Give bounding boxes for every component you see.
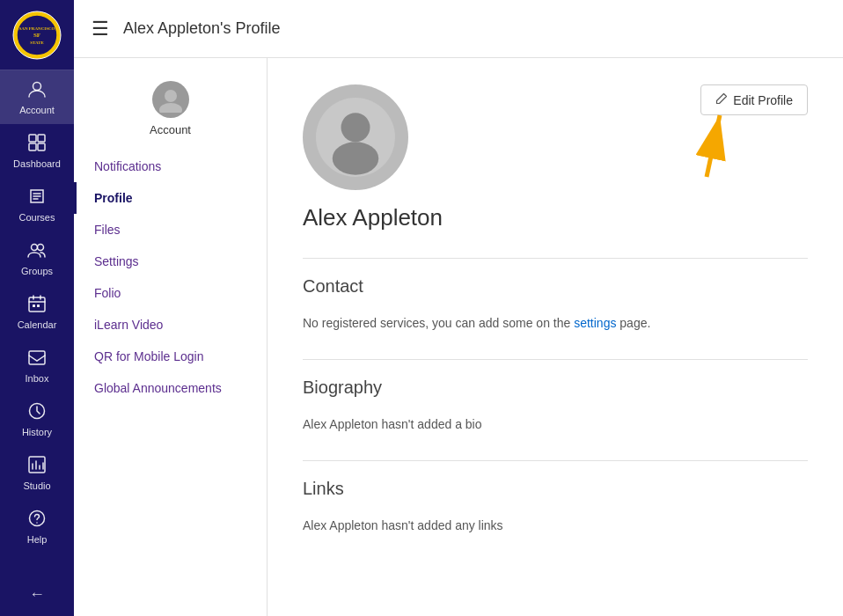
main-area: ☰ Alex Appleton's Profile Account Notifi… bbox=[74, 0, 843, 616]
courses-icon bbox=[27, 187, 47, 209]
edit-icon bbox=[715, 92, 728, 107]
secondary-nav: Notifications Profile Files Settings Fol… bbox=[74, 150, 267, 404]
ilearn-video-label: iLearn Video bbox=[94, 318, 163, 332]
sidebar-item-account[interactable]: Account bbox=[0, 70, 74, 124]
links-text: Alex Appleton hasn't added any links bbox=[303, 517, 808, 535]
notifications-label: Notifications bbox=[94, 159, 161, 173]
sidebar-item-studio[interactable]: Studio bbox=[0, 446, 74, 500]
sec-nav-qr-mobile[interactable]: QR for Mobile Login bbox=[74, 341, 267, 372]
sidebar-item-inbox[interactable]: Inbox bbox=[0, 339, 74, 392]
contact-text-after: page. bbox=[616, 316, 650, 330]
sec-nav-profile[interactable]: Profile bbox=[74, 182, 267, 214]
edit-profile-label: Edit Profile bbox=[733, 93, 793, 107]
sec-nav-ilearn-video[interactable]: iLearn Video bbox=[74, 309, 267, 341]
svg-text:SF: SF bbox=[33, 32, 40, 39]
svg-text:SAN FRANCISCO: SAN FRANCISCO bbox=[19, 26, 55, 31]
svg-line-24 bbox=[707, 115, 720, 177]
hamburger-button[interactable]: ☰ bbox=[92, 19, 109, 39]
biography-divider bbox=[303, 359, 808, 360]
svg-point-22 bbox=[159, 103, 182, 113]
sidebar-item-dashboard[interactable]: Dashboard bbox=[0, 124, 74, 178]
sidebar-label-studio: Studio bbox=[23, 480, 50, 491]
contact-divider bbox=[303, 258, 808, 259]
svg-point-12 bbox=[38, 245, 44, 251]
content-area: Account Notifications Profile Files Sett… bbox=[74, 58, 843, 616]
help-icon bbox=[27, 509, 47, 531]
top-header: ☰ Alex Appleton's Profile bbox=[74, 0, 843, 58]
svg-rect-15 bbox=[37, 304, 40, 307]
files-label: Files bbox=[94, 223, 121, 237]
account-header: Account bbox=[74, 72, 267, 150]
sec-nav-files[interactable]: Files bbox=[74, 214, 267, 246]
settings-link[interactable]: settings bbox=[574, 316, 616, 330]
svg-point-21 bbox=[165, 90, 177, 102]
links-divider bbox=[303, 460, 808, 461]
svg-text:STATE: STATE bbox=[30, 40, 44, 45]
links-title: Links bbox=[303, 479, 808, 506]
sidebar-item-help[interactable]: Help bbox=[0, 500, 74, 554]
sidebar-label-courses: Courses bbox=[19, 212, 55, 223]
logo-container: SAN FRANCISCO SF STATE bbox=[0, 0, 74, 70]
inbox-icon bbox=[27, 348, 47, 370]
sec-nav-settings[interactable]: Settings bbox=[74, 246, 267, 277]
dashboard-icon bbox=[27, 133, 47, 155]
avatar bbox=[152, 81, 189, 118]
account-label: Account bbox=[150, 123, 191, 136]
svg-rect-8 bbox=[38, 135, 45, 142]
account-icon bbox=[27, 79, 47, 101]
main-sidebar: SAN FRANCISCO SF STATE Account bbox=[0, 0, 74, 616]
sec-nav-notifications[interactable]: Notifications bbox=[74, 150, 267, 182]
profile-name: Alex Appleton bbox=[303, 204, 808, 231]
global-announcements-label: Global Announcements bbox=[94, 381, 222, 395]
studio-icon bbox=[27, 455, 47, 477]
svg-rect-10 bbox=[38, 143, 45, 150]
calendar-icon bbox=[27, 294, 47, 316]
sidebar-navigation: Account Dashboard Courses bbox=[0, 70, 74, 554]
svg-rect-13 bbox=[29, 297, 45, 312]
secondary-sidebar: Account Notifications Profile Files Sett… bbox=[74, 58, 268, 616]
sidebar-label-calendar: Calendar bbox=[18, 319, 57, 330]
profile-content: Edit Profile bbox=[268, 58, 843, 616]
contact-text-before: No registered services, you can add some… bbox=[303, 316, 574, 330]
contact-text: No registered services, you can add some… bbox=[303, 314, 808, 333]
svg-rect-9 bbox=[29, 143, 36, 150]
groups-icon bbox=[27, 240, 47, 262]
sidebar-item-calendar[interactable]: Calendar bbox=[0, 285, 74, 339]
page-title: Alex Appleton's Profile bbox=[123, 19, 281, 38]
svg-point-20 bbox=[36, 522, 38, 524]
collapse-button[interactable]: ← bbox=[0, 573, 74, 616]
sidebar-item-history[interactable]: History bbox=[0, 392, 74, 446]
sidebar-label-history: History bbox=[22, 427, 52, 437]
sf-state-logo: SAN FRANCISCO SF STATE bbox=[12, 11, 62, 60]
contact-title: Contact bbox=[303, 276, 808, 304]
sidebar-label-groups: Groups bbox=[21, 266, 53, 276]
sidebar-label-dashboard: Dashboard bbox=[13, 158, 61, 169]
biography-text: Alex Appleton hasn't added a bio bbox=[303, 415, 808, 434]
settings-label: Settings bbox=[94, 254, 139, 268]
sidebar-item-groups[interactable]: Groups bbox=[0, 231, 74, 285]
svg-point-6 bbox=[33, 83, 41, 91]
svg-rect-14 bbox=[33, 304, 35, 307]
arrow-annotation bbox=[641, 102, 729, 194]
collapse-icon: ← bbox=[29, 585, 45, 604]
qr-mobile-label: QR for Mobile Login bbox=[94, 349, 204, 363]
folio-label: Folio bbox=[94, 286, 121, 300]
sidebar-label-inbox: Inbox bbox=[26, 373, 49, 384]
biography-title: Biography bbox=[303, 378, 808, 405]
edit-profile-button[interactable]: Edit Profile bbox=[700, 84, 808, 115]
profile-label: Profile bbox=[94, 191, 133, 205]
sidebar-item-courses[interactable]: Courses bbox=[0, 178, 74, 231]
sidebar-label-help: Help bbox=[27, 534, 48, 545]
sec-nav-global-announcements[interactable]: Global Announcements bbox=[74, 372, 267, 404]
svg-point-11 bbox=[32, 245, 38, 251]
sidebar-label-account: Account bbox=[19, 105, 55, 115]
history-icon bbox=[27, 401, 47, 423]
profile-avatar bbox=[303, 84, 408, 190]
svg-rect-7 bbox=[29, 135, 36, 142]
sec-nav-folio[interactable]: Folio bbox=[74, 277, 267, 309]
svg-point-26 bbox=[341, 113, 370, 142]
svg-point-27 bbox=[333, 142, 379, 175]
sidebar-bottom: ← bbox=[0, 573, 74, 616]
